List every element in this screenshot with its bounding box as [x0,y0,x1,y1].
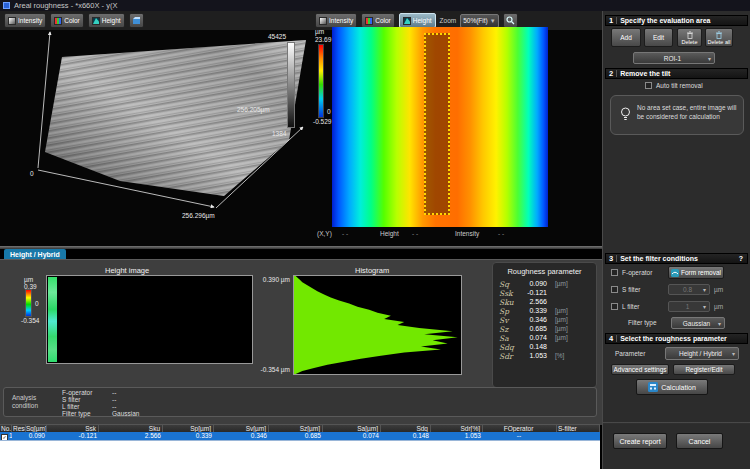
auto-tilt-checkbox[interactable] [645,82,652,89]
f-operator-checkbox[interactable] [611,269,618,276]
chevron-down-icon: ▾ [708,55,711,62]
param-unit: [µm] [555,334,568,341]
auto-tilt-label: Auto tilt removal [656,82,703,89]
status-intensity-label: Intensity [455,230,479,237]
color-icon [365,17,373,25]
color-button-center[interactable]: Color [361,13,395,28]
add-button[interactable]: Add [611,28,641,47]
calculation-button[interactable]: Calculation [636,379,708,395]
cv-scale-max: 23.69 [315,36,331,43]
param-unit: [µm] [555,307,568,314]
advanced-settings-button[interactable]: Advanced settings [611,364,669,375]
status-intensity-value: - - [498,230,504,237]
roi-select[interactable]: ROI-1▾ [633,52,715,64]
cv-rainbow-colorbar [318,44,324,118]
window-title: Areal roughness - *x660X - y(X [14,1,117,10]
height-button-center[interactable]: Height [399,13,436,28]
help-icon[interactable]: ? [739,255,743,262]
cell [557,432,600,440]
param-value: 2.566 [513,298,547,305]
surface-3d-view[interactable] [0,25,312,247]
roi-evaluation-rectangle[interactable] [424,33,450,215]
zoom-label: Zoom [440,17,457,24]
zoom-select[interactable]: 50%(Fit)▼ [460,14,499,28]
magnifier-icon [506,16,515,25]
param-name: Sp [499,307,509,316]
cancel-button[interactable]: Cancel [676,433,723,449]
l-filter-checkbox[interactable] [611,303,618,310]
chevron-down-icon: ▾ [718,320,721,327]
intensity-icon [319,17,327,25]
param-value: 0.148 [513,343,547,350]
param-value: 0.685 [513,325,547,332]
chevron-down-icon: ▼ [490,18,496,24]
cell: 0.339 [163,432,214,440]
chevron-down-icon: ▾ [703,286,706,293]
condition-label-2: condition [12,402,38,409]
cell: 0.346 [214,432,269,440]
parameter-select[interactable]: Height / Hybrid▾ [665,347,739,360]
intensity-button-center[interactable]: Intensity [315,13,357,28]
results-list-area[interactable] [0,440,600,469]
param-name: Sku [499,298,514,307]
s-filter-select[interactable]: 0.8▾ [668,284,710,295]
cell: 2.566 [99,432,163,440]
cond-value: Gaussian [112,410,139,417]
form-removal-button[interactable]: Form removal [668,266,724,279]
cv-scale-zero: 0 [327,108,331,115]
cv-scale-min: -0.529 [313,118,331,125]
delete-all-button[interactable]: Delete all [705,28,733,47]
cv-scale-unit: µm [315,28,324,35]
cell: -0.121 [47,432,99,440]
param-value: -0.121 [513,289,547,296]
status-xy-value: - - [342,230,348,237]
3d-colorbar-max: 45425 [268,33,286,40]
magnifier-button[interactable] [503,13,518,28]
result-row-1[interactable]: ✓1 0.090 -0.121 2.566 0.339 0.346 0.685 … [0,432,600,440]
section2-header: 2 Remove the tilt [605,68,748,79]
cond-name: Filter type [62,410,91,417]
param-name: Sq [499,280,509,289]
create-report-button[interactable]: Create report [613,433,667,449]
calculator-icon [648,382,658,392]
l-filter-select[interactable]: 1▾ [668,301,710,312]
f-operator-label: F-operator [622,269,652,276]
edit-button[interactable]: Edit [644,28,673,47]
filter-type-label: Filter type [628,319,657,326]
height-image-canvas[interactable] [46,275,253,364]
cv-status-bar: (X,Y) - - Height - - Intensity - - [315,230,600,240]
tab-height-hybrid[interactable]: Height / Hybrid [4,249,66,259]
s-filter-checkbox[interactable] [611,286,618,293]
param-name: Sdq [499,343,514,352]
delete-button[interactable]: Delete [677,28,702,47]
3d-grayscale-colorbar [287,42,295,128]
chevron-down-icon: ▾ [703,303,706,310]
s-filter-unit: µm [714,286,723,293]
intensity-icon [8,17,16,25]
filter-type-select[interactable]: Gaussian▾ [671,317,725,329]
section3-header: 3 Set the filter conditions ? [605,253,748,264]
cell: 0.685 [269,432,323,440]
panel-divider [603,422,750,424]
chevron-down-icon: ▾ [732,350,735,357]
param-name: Ssk [499,289,513,298]
color-icon [54,17,62,25]
status-height-value: - - [412,230,418,237]
histogram-canvas[interactable] [293,275,462,375]
param-name: Sz [499,325,508,334]
cond-name: S filter [62,396,80,403]
height-image-strip [48,277,57,362]
param-unit: [%] [555,352,564,359]
hi-rainbow-colorbar [25,289,32,317]
param-value: 1.053 [513,352,547,359]
register-edit-button[interactable]: Register/Edit [673,364,735,375]
3d-axis-right-label: 256.205µm [237,106,270,113]
lightbulb-icon [620,107,631,123]
param-value: 0.346 [513,316,547,323]
param-unit: [µm] [555,316,568,323]
right-settings-panel: 1 Specify the evaluation area Add Edit D… [602,11,750,469]
cond-value: -- [112,389,116,396]
hi-scale-unit: µm [24,276,33,283]
center-view-toolbar: Intensity Color Height Zoom 50%(Fit)▼ [315,13,518,28]
app-icon [3,2,10,9]
